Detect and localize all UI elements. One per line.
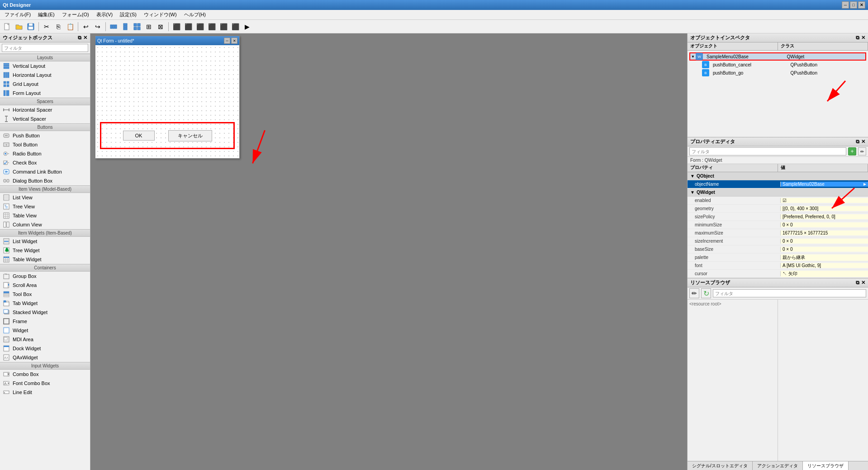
widget-box-float-icon[interactable]: ⧉: [78, 35, 81, 41]
menu-view[interactable]: 表示(V): [93, 10, 117, 19]
prop-row-sizepolicy[interactable]: sizePolicy [Preferred, Preferred, 0, 0]: [688, 213, 868, 221]
inspector-row-root[interactable]: ▼ W SampleMenu02Base QWidget: [689, 52, 866, 61]
prop-row-enabled[interactable]: enabled ☑: [688, 197, 868, 205]
prop-row-basesize[interactable]: baseSize 0 × 0: [688, 245, 868, 254]
resource-refresh-btn[interactable]: ↻: [701, 288, 711, 298]
save-button[interactable]: [25, 21, 36, 32]
prop-value-btn[interactable]: ▶: [863, 182, 866, 186]
widget-item-widget[interactable]: Widget: [0, 326, 90, 335]
widget-item-mdi-area[interactable]: MDI Area: [0, 335, 90, 344]
prop-row-objectname[interactable]: objectName SampleMenu02Base ▶: [688, 180, 868, 188]
paste-button[interactable]: 📋: [65, 21, 76, 32]
prop-value-enabled[interactable]: ☑: [781, 198, 868, 203]
align-left-button[interactable]: ⬛: [171, 21, 182, 32]
close-button[interactable]: ✕: [858, 1, 865, 9]
widget-item-font-combo-box[interactable]: A▼ Font Combo Box: [0, 379, 90, 388]
h-layout-button[interactable]: [108, 21, 119, 32]
prop-row-palette[interactable]: palette 親から継承: [688, 254, 868, 262]
widget-item-horizontal-layout[interactable]: Horizontal Layout: [0, 70, 90, 80]
prop-value-font[interactable]: A [MS UI Gothic, 9]: [781, 263, 868, 268]
prop-row-maximumsize[interactable]: maximumSize 16777215 × 16777215: [688, 229, 868, 237]
widget-item-list-view[interactable]: List View: [0, 193, 90, 202]
restore-button[interactable]: □: [850, 1, 857, 9]
property-editor-float-icon[interactable]: ⧉: [856, 139, 859, 145]
prop-value-sizepolicy[interactable]: [Preferred, Preferred, 0, 0]: [781, 214, 868, 219]
prop-value-sizeincrement[interactable]: 0 × 0: [781, 239, 868, 244]
widget-item-group-box[interactable]: GB Group Box: [0, 272, 90, 281]
align-center-h-button[interactable]: ⬛: [218, 21, 229, 32]
undo-button[interactable]: ↩: [81, 21, 91, 32]
minimize-button[interactable]: ─: [842, 1, 849, 9]
widget-item-tab-widget[interactable]: Tab Widget: [0, 299, 90, 308]
align-center-v-button[interactable]: ⬛: [230, 21, 241, 32]
widget-item-tool-box[interactable]: Tool Box: [0, 290, 90, 299]
prop-row-cursor[interactable]: cursor ↖ 矢印: [688, 270, 868, 278]
qwidget-expand[interactable]: ▼: [690, 190, 695, 195]
resource-browser-float-icon[interactable]: ⧉: [856, 280, 859, 286]
object-inspector-close-icon[interactable]: ✕: [861, 35, 865, 41]
widget-item-qax-widget[interactable]: AX QAxWidget: [0, 353, 90, 362]
align-bottom-button[interactable]: ⬛: [206, 21, 217, 32]
preview-button[interactable]: ▶: [242, 21, 252, 32]
tab-action-editor[interactable]: アクションエディタ: [753, 461, 803, 470]
cut-button[interactable]: ✂: [41, 21, 52, 32]
widget-item-frame[interactable]: Frame: [0, 317, 90, 326]
prop-row-sizeincrement[interactable]: sizeIncrement 0 × 0: [688, 237, 868, 245]
property-filter-edit-btn[interactable]: ✏: [858, 147, 866, 155]
tab-resource-browser[interactable]: リソースブラウザ: [803, 461, 849, 470]
widget-item-dock-widget[interactable]: Dock Widget: [0, 344, 90, 353]
prop-row-geometry[interactable]: geometry [(0, 0), 400 × 300]: [688, 205, 868, 213]
resource-pencil-btn[interactable]: ✏: [689, 288, 699, 298]
widget-item-v-spacer[interactable]: Vertical Spacer: [0, 114, 90, 123]
form-minimize-btn[interactable]: ─: [224, 38, 230, 44]
prop-value-minimumsize[interactable]: 0 × 0: [781, 222, 868, 227]
prop-value-cursor[interactable]: ↖ 矢印: [781, 271, 868, 277]
prop-value-basesize[interactable]: 0 × 0: [781, 247, 868, 252]
widget-item-line-edit[interactable]: Line Edit: [0, 388, 90, 397]
open-button[interactable]: [14, 21, 24, 32]
form-layout-button[interactable]: ⊞: [143, 21, 154, 32]
widget-item-list-widget[interactable]: List Widget: [0, 237, 90, 246]
property-editor-close-icon[interactable]: ✕: [861, 139, 865, 145]
inspector-row-cancel[interactable]: B pushButton_cancel QPushButton: [689, 61, 866, 69]
copy-button[interactable]: ⎘: [53, 21, 64, 32]
widget-item-tree-widget[interactable]: 🌲 Tree Widget: [0, 246, 90, 255]
property-filter-add-btn[interactable]: +: [848, 147, 856, 155]
resource-browser-close-icon[interactable]: ✕: [861, 280, 865, 286]
expand-root[interactable]: ▼: [690, 55, 696, 59]
grid-layout-button[interactable]: [132, 21, 142, 32]
widget-item-stacked-widget[interactable]: Stacked Widget: [0, 308, 90, 317]
qobject-expand[interactable]: ▼: [690, 174, 695, 179]
widget-item-check-box[interactable]: Check Box: [0, 158, 90, 167]
widget-item-scroll-area[interactable]: Scroll Area: [0, 281, 90, 290]
menu-window[interactable]: ウィンドウ(W): [140, 10, 180, 19]
align-top-button[interactable]: ⬛: [194, 21, 205, 32]
inspector-row-go[interactable]: B pushButton_go QPushButton: [689, 69, 866, 77]
widget-item-command-link-button[interactable]: Command Link Button: [0, 167, 90, 176]
tab-signal-slot[interactable]: シグナル/スロットエディタ: [688, 461, 753, 470]
widget-box-close-icon[interactable]: ✕: [83, 35, 87, 41]
form-window[interactable]: Qt Form - untitled* ─ ✕ OK キャンセル: [95, 36, 240, 159]
prop-value-palette[interactable]: 親から継承: [781, 254, 868, 261]
menu-help[interactable]: ヘルプ(H): [180, 10, 209, 19]
widget-item-tool-button[interactable]: T Tool Button: [0, 140, 90, 149]
widget-item-push-button[interactable]: Push Button: [0, 131, 90, 140]
widget-item-dialog-button-box[interactable]: Dialog Button Box: [0, 176, 90, 185]
menu-edit[interactable]: 編集(E): [34, 10, 58, 19]
widget-item-radio-button[interactable]: Radio Button: [0, 149, 90, 158]
cancel-button[interactable]: キャンセル: [168, 130, 212, 141]
menu-form[interactable]: フォーム(O): [58, 10, 93, 19]
object-inspector-float-icon[interactable]: ⧉: [856, 35, 859, 41]
menu-file[interactable]: ファイル(F): [1, 10, 34, 19]
prop-row-minimumsize[interactable]: minimumSize 0 × 0: [688, 221, 868, 229]
prop-row-font[interactable]: font A [MS UI Gothic, 9]: [688, 262, 868, 270]
menu-settings[interactable]: 設定(S): [116, 10, 140, 19]
widget-item-form-layout[interactable]: Form Layout: [0, 89, 90, 98]
widget-item-combo-box[interactable]: ▼ Combo Box: [0, 370, 90, 379]
widget-box-filter-input[interactable]: [2, 44, 88, 52]
new-button[interactable]: [2, 21, 13, 32]
widget-item-table-view[interactable]: Table View: [0, 211, 90, 220]
widget-item-grid-layout[interactable]: Grid Layout: [0, 80, 90, 89]
widget-item-h-spacer[interactable]: Horizontal Spacer: [0, 105, 90, 114]
form-close-btn[interactable]: ✕: [231, 38, 237, 44]
